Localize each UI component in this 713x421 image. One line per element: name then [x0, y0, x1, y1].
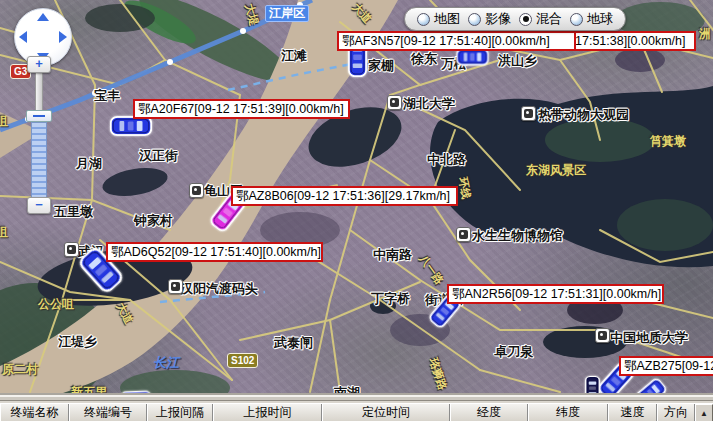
zoo-icon-glyph	[67, 245, 76, 254]
vehicle-plate-label[interactable]: 鄂AF3N57[09-12 17:51:40][0.00km/h]	[337, 31, 576, 51]
radio-unselected-icon[interactable]	[417, 13, 430, 26]
map-type-switcher: 地图影像混合地球	[404, 7, 626, 31]
terminal-table-header: 终端名称终端编号上报间隔上报时间定位时间经度纬度速度方向▲	[0, 403, 713, 421]
university-icon	[595, 328, 610, 343]
university-icon-glyph	[390, 98, 399, 107]
animal-park-icon-glyph	[524, 109, 533, 118]
layer-option-影像[interactable]: 影像	[466, 10, 513, 28]
vehicle-plate-label[interactable]: 17:51:38][0.00km/h]	[570, 31, 696, 51]
column-header-8[interactable]: 速度	[608, 404, 657, 421]
pan-left-icon[interactable]	[19, 31, 27, 43]
panel-splitter[interactable]	[0, 393, 713, 403]
column-header-2[interactable]: 终端编号	[69, 404, 147, 421]
vehicle-marker[interactable]	[585, 376, 600, 393]
zoom-slider-handle[interactable]	[26, 110, 52, 122]
layer-option-地球[interactable]: 地球	[568, 10, 615, 28]
column-header-5[interactable]: 定位时间	[322, 404, 450, 421]
radio-unselected-icon[interactable]	[570, 13, 583, 26]
road-badge-S102: S102	[227, 353, 258, 368]
layer-option-label: 影像	[485, 10, 511, 28]
layer-option-混合[interactable]: 混合	[517, 10, 564, 28]
column-header-4[interactable]: 上报时间	[213, 404, 322, 421]
district-badge: 江岸区	[265, 5, 309, 22]
vehicle-plate-label[interactable]: 鄂A20F67[09-12 17:51:39][0.00km/h]	[133, 99, 350, 119]
column-header-9[interactable]: 方向	[657, 404, 695, 421]
radio-selected-icon[interactable]	[519, 13, 532, 26]
vehicle-marker[interactable]	[456, 49, 488, 66]
vehicle-plate-label[interactable]: 鄂AD6Q52[09-12 17:51:40][0.00km/h]	[106, 242, 323, 262]
vehicle-plate-label[interactable]: 鄂AZB275[09-12	[619, 356, 713, 376]
column-header-7[interactable]: 纬度	[528, 404, 608, 421]
layer-option-label: 地球	[587, 10, 613, 28]
layer-option-label: 地图	[434, 10, 460, 28]
scenic-icon-glyph	[192, 186, 201, 195]
vehicle-marker[interactable]	[110, 116, 152, 136]
layer-option-地图[interactable]: 地图	[415, 10, 462, 28]
anchor-icon	[168, 279, 183, 294]
zoom-slider-ticks[interactable]	[31, 122, 47, 198]
zoo-icon	[64, 242, 79, 257]
scenic-icon	[189, 183, 204, 198]
column-header-1[interactable]: 终端名称	[0, 404, 69, 421]
university-icon	[387, 95, 402, 110]
column-header-3[interactable]: 上报间隔	[147, 404, 213, 421]
scroll-up-button[interactable]: ▲	[695, 404, 713, 421]
layer-option-label: 混合	[536, 10, 562, 28]
column-header-6[interactable]: 经度	[450, 404, 528, 421]
animal-park-icon	[521, 106, 536, 121]
zoom-in-button[interactable]: +	[27, 56, 51, 73]
gps-tracking-app: 万松江滩家棚徐东洪山乡宝丰月湖汉正街五里墩钟家村龟山三武汉汉阳汽渡码头湖北大学热…	[0, 0, 713, 421]
radio-unselected-icon[interactable]	[468, 13, 481, 26]
museum-icon	[456, 227, 471, 242]
anchor-icon-glyph	[171, 282, 180, 291]
vehicle-plate-label[interactable]: 鄂AZ8B06[09-12 17:51:36][29.17km/h]	[231, 186, 458, 206]
vehicle-plate-label[interactable]: 鄂AN2R56[09-12 17:51:31][0.00km/h]	[447, 284, 664, 304]
museum-icon-glyph	[459, 230, 468, 239]
map-canvas[interactable]: 万松江滩家棚徐东洪山乡宝丰月湖汉正街五里墩钟家村龟山三武汉汉阳汽渡码头湖北大学热…	[0, 0, 713, 393]
pan-up-icon[interactable]	[37, 13, 49, 21]
pan-right-icon[interactable]	[59, 31, 67, 43]
university-icon-glyph	[598, 331, 607, 340]
zoom-out-button[interactable]: −	[27, 197, 51, 214]
